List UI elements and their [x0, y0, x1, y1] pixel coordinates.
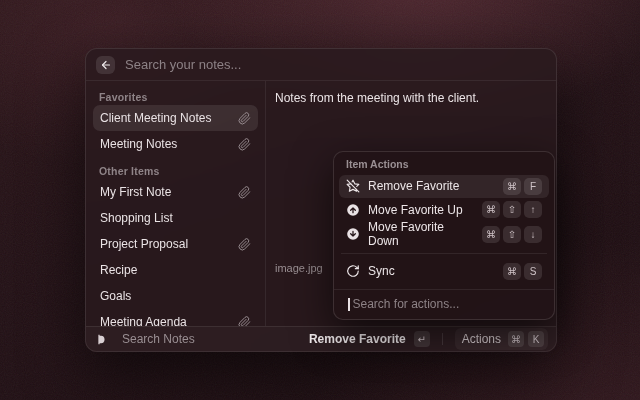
statusbar-divider — [442, 333, 443, 345]
action-move-favorite-down[interactable]: Move Favorite Down ⌘ ⇧ ↓ — [339, 222, 549, 247]
enter-keycap: ↵ — [414, 331, 430, 347]
status-bar: Search Notes Remove Favorite ↵ Actions ⌘… — [86, 326, 556, 351]
popup-title: Item Actions — [339, 152, 549, 175]
paperclip-icon — [238, 186, 251, 199]
action-remove-favorite[interactable]: Remove Favorite ⌘ F — [339, 175, 549, 198]
action-sync[interactable]: Sync ⌘ S — [339, 260, 549, 283]
arrow-down-circle-icon — [346, 227, 360, 241]
note-item-meeting-notes[interactable]: Meeting Notes — [93, 131, 258, 157]
cmd-keycap: ⌘ — [508, 331, 524, 347]
arrow-left-icon — [100, 59, 112, 71]
section-header-other-items: Other Items — [93, 163, 258, 179]
sync-icon — [346, 264, 360, 278]
cmd-keycap: ⌘ — [503, 178, 521, 195]
action-move-favorite-up[interactable]: Move Favorite Up ⌘ ⇧ ↑ — [339, 198, 549, 221]
note-item-label: Recipe — [100, 263, 137, 277]
f-keycap: F — [524, 178, 542, 195]
action-label: Sync — [368, 264, 395, 278]
text-cursor — [348, 298, 350, 311]
actions-search-input[interactable]: Search for actions... — [339, 290, 549, 319]
arrow-up-keycap: ↑ — [524, 201, 542, 218]
popup-section-divider — [341, 253, 547, 254]
note-item-label: Shopping List — [100, 211, 173, 225]
cmd-keycap: ⌘ — [482, 201, 500, 218]
note-item-recipe[interactable]: Recipe — [93, 257, 258, 283]
note-item-label: Client Meeting Notes — [100, 111, 211, 125]
command-name-label: Search Notes — [122, 332, 195, 346]
actions-button-label: Actions — [462, 332, 501, 346]
notes-search-input[interactable]: Search your notes... — [125, 57, 241, 72]
cmd-keycap: ⌘ — [482, 226, 500, 243]
primary-action-label[interactable]: Remove Favorite — [309, 332, 406, 346]
note-item-my-first-note[interactable]: My First Note — [93, 179, 258, 205]
paperclip-icon — [238, 138, 251, 151]
search-header: Search your notes... — [86, 49, 556, 81]
cmd-keycap: ⌘ — [503, 263, 521, 280]
item-actions-popup: Item Actions Remove Favorite ⌘ F Move Fa… — [333, 151, 555, 320]
section-header-favorites: Favorites — [93, 89, 258, 105]
arrow-down-keycap: ↓ — [524, 226, 542, 243]
arrow-up-circle-icon — [346, 203, 360, 217]
notes-list: Favorites Client Meeting Notes Meeting N… — [86, 81, 266, 326]
note-item-shopping-list[interactable]: Shopping List — [93, 205, 258, 231]
note-item-label: Goals — [100, 289, 131, 303]
k-keycap: K — [528, 331, 544, 347]
action-label: Remove Favorite — [368, 179, 459, 193]
note-item-label: Project Proposal — [100, 237, 188, 251]
actions-button[interactable]: Actions ⌘ K — [455, 328, 548, 350]
note-item-client-meeting-notes[interactable]: Client Meeting Notes — [93, 105, 258, 131]
note-item-goals[interactable]: Goals — [93, 283, 258, 309]
note-item-label: Meeting Notes — [100, 137, 177, 151]
note-body-text: Notes from the meeting with the client. — [275, 91, 548, 105]
notes-app-icon — [96, 333, 108, 346]
back-button[interactable] — [96, 56, 115, 74]
note-item-meeting-agenda[interactable]: Meeting Agenda — [93, 309, 258, 326]
paperclip-icon — [238, 112, 251, 125]
shift-keycap: ⇧ — [503, 201, 521, 218]
star-off-icon — [346, 179, 360, 193]
actions-search-placeholder: Search for actions... — [353, 297, 460, 311]
note-item-label: My First Note — [100, 185, 171, 199]
note-item-label: Meeting Agenda — [100, 315, 187, 326]
action-label: Move Favorite Up — [368, 203, 463, 217]
attachment-filename: image.jpg — [275, 262, 323, 274]
shift-keycap: ⇧ — [503, 226, 521, 243]
paperclip-icon — [238, 316, 251, 327]
action-label: Move Favorite Down — [368, 220, 466, 248]
s-keycap: S — [524, 263, 542, 280]
note-item-project-proposal[interactable]: Project Proposal — [93, 231, 258, 257]
paperclip-icon — [238, 238, 251, 251]
desktop-background: Search your notes... Favorites Client Me… — [0, 0, 640, 400]
